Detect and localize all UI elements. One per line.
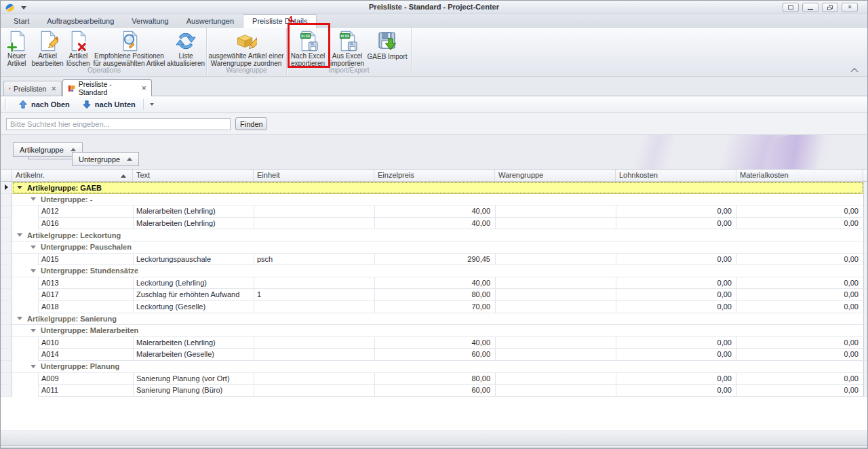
refresh-list-button[interactable]: Liste aktualisieren (167, 29, 205, 67)
cell-text[interactable]: Leckortung (Geselle) (133, 301, 254, 313)
group-row[interactable]: Artikelgruppe: GAEB (1, 182, 868, 194)
table-row[interactable]: A011Sanierung Planung (Büro)60,000,000,0… (1, 385, 868, 397)
cell-einzelpreis[interactable]: 60,00 (374, 349, 495, 361)
cell-einheit[interactable] (254, 373, 374, 385)
cell-artikelnr[interactable]: A013 (38, 277, 133, 290)
cell-einzelpreis[interactable]: 80,00 (374, 289, 495, 301)
cell-lohnkosten[interactable]: 0,00 (616, 301, 736, 313)
cell-lohnkosten[interactable]: 0,00 (616, 218, 736, 230)
cell-einzelpreis[interactable]: 290,45 (374, 254, 495, 266)
cell-lohnkosten[interactable]: 0,00 (616, 373, 736, 385)
cell-artikelnr[interactable]: A011 (38, 385, 133, 397)
cell-text[interactable]: Malerarbeiten (Geselle) (133, 349, 254, 361)
delete-article-button[interactable]: Artikel löschen (65, 29, 92, 67)
cell-einheit[interactable] (254, 337, 374, 349)
cell-text[interactable]: Malerarbeiten (Lehrling) (133, 218, 254, 230)
document-tab-preisliste-standard[interactable]: Preisliste - Standard✕ (62, 79, 152, 96)
cell-lohnkosten[interactable]: 0,00 (616, 254, 736, 266)
cell-artikelnr[interactable]: A015 (38, 254, 133, 266)
recommended-positions-button[interactable]: Empfohlene Positionen für ausgewählten A… (93, 29, 165, 67)
cell-artikelnr[interactable]: A010 (38, 337, 133, 349)
table-row[interactable]: A009Sanierung Planung (vor Ort)80,000,00… (1, 373, 868, 385)
collapse-icon[interactable] (31, 197, 36, 201)
cell-artikelnr[interactable]: A012 (38, 206, 133, 218)
cell-text[interactable]: Leckortung (Lehrling) (133, 277, 254, 290)
cell-materialkosten[interactable]: 0,00 (736, 254, 863, 266)
collapse-icon[interactable] (31, 246, 36, 249)
cell-einheit[interactable] (254, 301, 374, 313)
cell-lohnkosten[interactable]: 0,00 (616, 289, 736, 301)
toolbar-grip[interactable] (5, 99, 7, 110)
cell-warengruppe[interactable] (495, 349, 616, 361)
column-header-warengruppe[interactable]: Warengruppe (495, 170, 616, 181)
cell-lohnkosten[interactable]: 0,00 (616, 337, 736, 349)
table-row[interactable]: A013Leckortung (Lehrling)40,000,000,00 (1, 277, 868, 290)
group-row[interactable]: Artikelgruppe: Leckortung (1, 229, 868, 241)
minimize-button[interactable] (802, 3, 818, 12)
edit-article-button[interactable]: Artikel bearbeiten (31, 29, 63, 67)
restore-button[interactable] (822, 3, 838, 12)
cell-einzelpreis[interactable]: 70,00 (374, 301, 495, 313)
cell-text[interactable]: Malerarbeiten (Lehrling) (133, 206, 254, 218)
assign-warengruppe-button[interactable]: ausgewählte Artikel einer Warengruppe zu… (208, 29, 284, 67)
cell-lohnkosten[interactable]: 0,00 (616, 349, 736, 361)
toolbar-options-button[interactable] (146, 98, 157, 111)
close-tab-icon[interactable]: ✕ (141, 85, 146, 92)
cell-text[interactable]: Leckortungspauschale (133, 254, 254, 266)
cell-artikelnr[interactable]: A016 (38, 218, 133, 230)
column-header-lohnkosten[interactable]: Lohnkosten (616, 170, 736, 181)
table-row[interactable]: A012Malerarbeiten (Lehrling)40,000,000,0… (1, 206, 868, 218)
column-header-text[interactable]: Text (133, 170, 254, 181)
cell-text[interactable]: Sanierung Planung (Büro) (133, 385, 254, 397)
cell-warengruppe[interactable] (495, 289, 616, 301)
ribbon-tab-auswertungen[interactable]: Auswertungen (178, 15, 243, 28)
cell-materialkosten[interactable]: 0,00 (736, 349, 863, 361)
column-header-einzelpreis[interactable]: Einzelpreis (374, 170, 495, 181)
subgroup-row[interactable]: Untergruppe: - (1, 194, 868, 206)
collapse-icon[interactable] (17, 233, 22, 237)
move-up-button[interactable]: nach Oben (12, 98, 76, 111)
column-header-materialkosten[interactable]: Materialkosten (736, 170, 863, 181)
gaeb-import-button[interactable]: GAEB Import (367, 29, 408, 67)
cell-einheit[interactable]: 1 (254, 289, 374, 301)
ribbon-tab-preisliste-details[interactable]: Preisliste Details (243, 14, 317, 28)
table-row[interactable]: A018Leckortung (Geselle)70,000,000,00 (1, 301, 868, 313)
cell-text[interactable]: Malerarbeiten (Lehrling) (133, 337, 254, 349)
close-tab-icon[interactable]: ✕ (51, 85, 56, 92)
group-row[interactable]: Artikelgruppe: Sanierung (1, 313, 868, 326)
excel-import-button[interactable]: XLSX Aus Excel importieren (329, 29, 366, 67)
cell-artikelnr[interactable]: A018 (38, 301, 133, 313)
collapse-icon[interactable] (17, 186, 22, 189)
cell-einheit[interactable] (254, 206, 374, 218)
cell-lohnkosten[interactable]: 0,00 (616, 277, 736, 290)
cell-materialkosten[interactable]: 0,00 (736, 277, 863, 290)
cell-lohnkosten[interactable]: 0,00 (616, 385, 736, 397)
cell-einzelpreis[interactable]: 40,00 (374, 277, 495, 290)
table-row[interactable]: A014Malerarbeiten (Geselle)60,000,000,00 (1, 349, 868, 361)
move-down-button[interactable]: nach Unten (76, 98, 142, 111)
cell-text[interactable]: Zuschlag für erhöhten Aufwand (133, 289, 254, 301)
cell-materialkosten[interactable]: 0,00 (736, 301, 863, 313)
cell-materialkosten[interactable]: 0,00 (736, 206, 863, 218)
cell-materialkosten[interactable]: 0,00 (736, 218, 863, 230)
cell-materialkosten[interactable]: 0,00 (736, 337, 863, 349)
cell-warengruppe[interactable] (495, 337, 616, 349)
collapse-icon[interactable] (31, 269, 36, 273)
cell-materialkosten[interactable]: 0,00 (736, 373, 863, 385)
cell-warengruppe[interactable] (495, 373, 616, 385)
cell-warengruppe[interactable] (495, 385, 616, 397)
ribbon-tab-start[interactable]: Start (5, 15, 38, 28)
cell-einheit[interactable]: psch (254, 254, 374, 266)
cell-einheit[interactable] (254, 277, 374, 290)
search-input[interactable] (6, 118, 231, 130)
close-button[interactable]: ✕ (842, 3, 858, 12)
subgroup-row[interactable]: Untergruppe: Stundensätze (1, 265, 868, 277)
find-button[interactable]: Finden (235, 117, 267, 130)
cell-lohnkosten[interactable]: 0,00 (616, 206, 736, 218)
cell-materialkosten[interactable]: 0,00 (736, 385, 863, 397)
table-row[interactable]: A015Leckortungspauschalepsch290,450,000,… (1, 254, 868, 266)
excel-export-button[interactable]: XLSX Nach Excel exportieren (288, 29, 328, 67)
new-article-button[interactable]: Neuer Artikel (3, 29, 30, 67)
cell-einheit[interactable] (254, 385, 374, 397)
column-header-artikelnr[interactable]: Artikelnr. (12, 170, 133, 181)
